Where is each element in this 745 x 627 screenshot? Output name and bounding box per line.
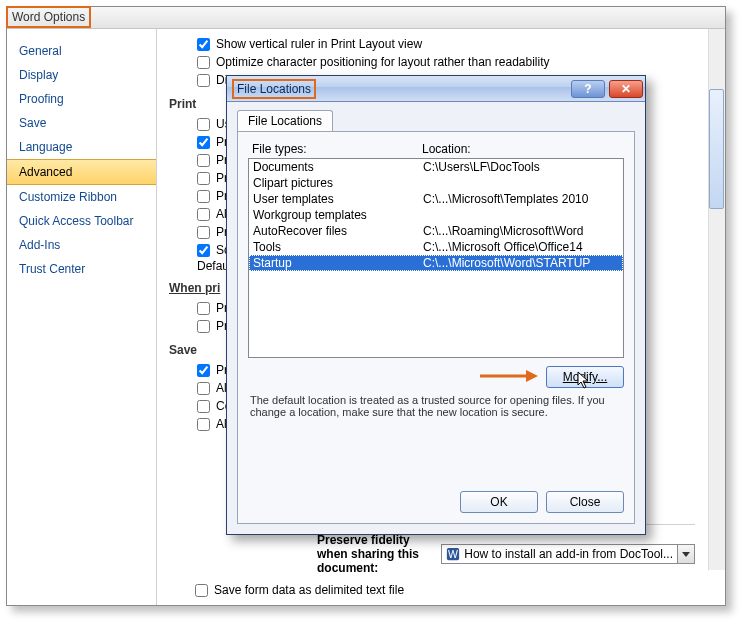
svg-marker-4: [578, 372, 588, 388]
file-locations-title: File Locations: [235, 82, 313, 96]
sidebar-item-add-ins[interactable]: Add-Ins: [7, 233, 156, 257]
help-icon: ?: [584, 82, 591, 96]
file-location-row-autorecover-files[interactable]: AutoRecover filesC:\...\Roaming\Microsof…: [249, 223, 623, 239]
chevron-down-icon[interactable]: [677, 545, 694, 563]
close-icon: ✕: [621, 82, 631, 96]
ok-button[interactable]: OK: [460, 491, 538, 513]
svg-marker-3: [526, 370, 538, 382]
file-location-cell: C:\...\Microsoft Office\Office14: [423, 240, 583, 254]
preserve-label: Preserve fidelity when sharing this docu…: [317, 533, 435, 575]
svg-text:W: W: [448, 548, 458, 560]
print-checkbox-6[interactable]: [197, 226, 210, 239]
top-row-1: Optimize character positioning for layou…: [169, 53, 713, 71]
tab-panel: File types: Location: DocumentsC:\Users\…: [237, 131, 635, 524]
top-label-0: Show vertical ruler in Print Layout view: [216, 37, 422, 51]
close-button[interactable]: ✕: [609, 80, 643, 98]
file-locations-titlebar[interactable]: File Locations ? ✕: [227, 76, 645, 102]
when-checkbox-0[interactable]: [197, 302, 210, 315]
col-location: Location:: [422, 142, 471, 156]
sidebar-item-proofing[interactable]: Proofing: [7, 87, 156, 111]
save-form-data-label: Save form data as delimited text file: [214, 583, 404, 597]
top-checkbox-1[interactable]: [197, 56, 210, 69]
help-button[interactable]: ?: [571, 80, 605, 98]
file-type-cell: User templates: [253, 192, 423, 206]
file-location-row-startup[interactable]: StartupC:\...\Microsoft\Word\STARTUP: [249, 255, 623, 271]
print-checkbox-1[interactable]: [197, 136, 210, 149]
sidebar-item-advanced[interactable]: Advanced: [7, 159, 156, 185]
word-options-title: Word Options: [6, 6, 91, 28]
scrollbar-track[interactable]: [708, 29, 725, 570]
print-checkbox-7[interactable]: [197, 244, 210, 257]
print-checkbox-3[interactable]: [197, 172, 210, 185]
scrollbar-thumb[interactable]: [709, 89, 724, 209]
file-locations-list[interactable]: DocumentsC:\Users\LF\DocToolsClipart pic…: [248, 158, 624, 358]
top-checkbox-2[interactable]: [197, 74, 210, 87]
file-type-cell: Startup: [253, 256, 423, 270]
print-checkbox-2[interactable]: [197, 154, 210, 167]
file-type-cell: Clipart pictures: [253, 176, 423, 190]
file-type-cell: Tools: [253, 240, 423, 254]
options-sidebar: GeneralDisplayProofingSaveLanguageAdvanc…: [7, 29, 157, 605]
file-type-cell: Workgroup templates: [253, 208, 423, 222]
file-location-cell: C:\...\Microsoft\Templates 2010: [423, 192, 588, 206]
file-locations-dialog: File Locations ? ✕ File Locations File t…: [226, 75, 646, 535]
sidebar-item-trust-center[interactable]: Trust Center: [7, 257, 156, 281]
mouse-cursor-icon: [577, 371, 591, 389]
preserve-document-combo[interactable]: W How to install an add-in from DocTool.…: [441, 544, 695, 564]
print-checkbox-5[interactable]: [197, 208, 210, 221]
file-location-row-user-templates[interactable]: User templatesC:\...\Microsoft\Templates…: [249, 191, 623, 207]
save-form-data-row: Save form data as delimited text file: [167, 581, 404, 599]
top-checkbox-0[interactable]: [197, 38, 210, 51]
file-location-cell: C:\Users\LF\DocTools: [423, 160, 540, 174]
save-checkbox-2[interactable]: [197, 400, 210, 413]
sidebar-item-language[interactable]: Language: [7, 135, 156, 159]
file-location-row-workgroup-templates[interactable]: Workgroup templates: [249, 207, 623, 223]
sidebar-item-quick-access-toolbar[interactable]: Quick Access Toolbar: [7, 209, 156, 233]
top-row-0: Show vertical ruler in Print Layout view: [169, 35, 713, 53]
sidebar-item-save[interactable]: Save: [7, 111, 156, 135]
sidebar-item-general[interactable]: General: [7, 39, 156, 63]
sidebar-item-customize-ribbon[interactable]: Customize Ribbon: [7, 185, 156, 209]
arrow-annotation: [478, 369, 538, 386]
print-checkbox-0[interactable]: [197, 118, 210, 131]
word-doc-icon: W: [445, 546, 461, 562]
tabstrip: File Locations: [237, 110, 635, 131]
file-type-cell: Documents: [253, 160, 423, 174]
security-note: The default location is treated as a tru…: [248, 392, 624, 418]
save-form-data-checkbox[interactable]: [195, 584, 208, 597]
file-location-cell: C:\...\Roaming\Microsoft\Word: [423, 224, 584, 238]
save-checkbox-1[interactable]: [197, 382, 210, 395]
file-type-cell: AutoRecover files: [253, 224, 423, 238]
dialog-close-button[interactable]: Close: [546, 491, 624, 513]
tab-file-locations[interactable]: File Locations: [237, 110, 333, 131]
preserve-value: How to install an add-in from DocTool...: [464, 547, 677, 561]
save-checkbox-0[interactable]: [197, 364, 210, 377]
top-label-1: Optimize character positioning for layou…: [216, 55, 550, 69]
file-location-row-tools[interactable]: ToolsC:\...\Microsoft Office\Office14: [249, 239, 623, 255]
file-location-cell: C:\...\Microsoft\Word\STARTUP: [423, 256, 590, 270]
sidebar-item-display[interactable]: Display: [7, 63, 156, 87]
when-checkbox-1[interactable]: [197, 320, 210, 333]
word-options-titlebar: Word Options: [7, 7, 725, 29]
file-location-row-documents[interactable]: DocumentsC:\Users\LF\DocTools: [249, 159, 623, 175]
save-checkbox-3[interactable]: [197, 418, 210, 431]
col-file-types: File types:: [252, 142, 422, 156]
file-location-row-clipart-pictures[interactable]: Clipart pictures: [249, 175, 623, 191]
print-checkbox-4[interactable]: [197, 190, 210, 203]
